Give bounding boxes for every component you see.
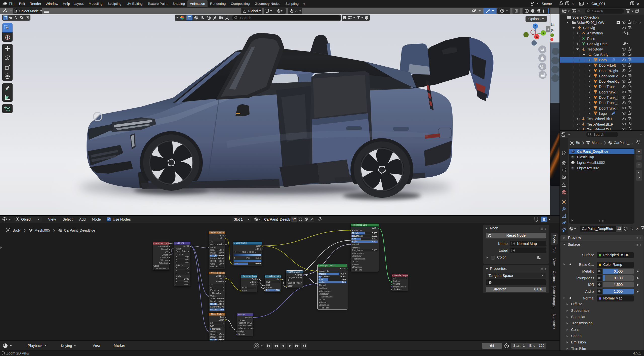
- svg-text:X: X: [536, 35, 538, 39]
- svg-text:Y: Y: [542, 31, 544, 35]
- svg-text:Z: Z: [534, 25, 536, 28]
